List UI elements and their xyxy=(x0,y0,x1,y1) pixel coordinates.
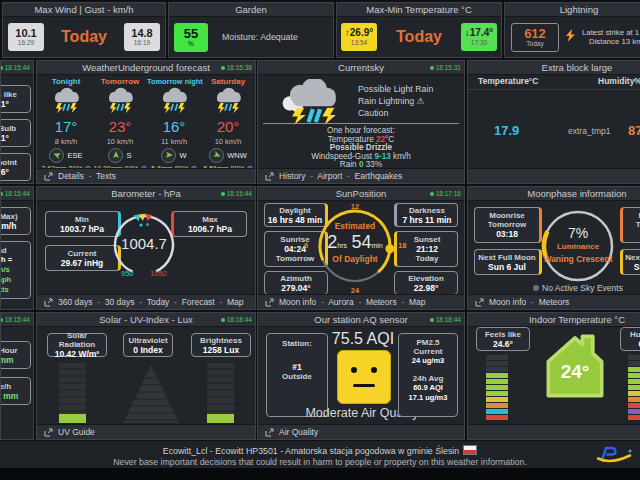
panel-title: Extra block large xyxy=(542,62,613,73)
panel-timestamp: 18:15:44 xyxy=(227,190,252,197)
wind-direction-icon xyxy=(49,148,64,163)
wind-units-box: Wind 0 km/h = 0.0 m/s 0.0 mph 0.0 kts xyxy=(0,241,31,299)
feels-like-box: Feels like18.1° xyxy=(0,85,31,113)
panel-title: Barometer - hPa xyxy=(111,188,181,199)
link-today[interactable]: Today xyxy=(135,297,170,307)
moisture-status: Moisture: Adequate xyxy=(222,32,298,42)
weather-dashboard: Max Wind | Gust - km/h 10.1 16:29 Today … xyxy=(0,0,640,480)
poland-flag-icon xyxy=(463,445,477,455)
min-temp-box: ↓17.4° 17:30 xyxy=(461,23,497,51)
indoor-temp-scale-bar xyxy=(486,355,508,420)
link-30-days[interactable]: 30 days xyxy=(93,297,135,307)
extra-humidity-value: 87 xyxy=(628,123,640,138)
wind-direction-icon xyxy=(108,148,123,163)
refresh-dot-icon xyxy=(221,318,225,322)
link-aurora[interactable]: Aurora xyxy=(316,297,353,307)
panel-left-temps-clipped: 18:15:44 Feels like18.1° Wet Bulb17.1° D… xyxy=(0,60,34,184)
ultraviolet-box: Ultraviolet0 Index xyxy=(123,333,173,357)
extra-temp-value: 17.9 xyxy=(494,123,519,138)
external-link-icon xyxy=(265,172,274,181)
link-moon-info[interactable]: Moon info xyxy=(279,297,316,307)
link-forecast[interactable]: Forecast xyxy=(169,297,214,307)
extra-temp-header: Temperature°C xyxy=(478,76,538,86)
storm-cloud-icon xyxy=(274,79,346,125)
rain-last-hour-box: Last Hour9.5 mm xyxy=(0,341,31,369)
wind-direction-icon xyxy=(161,148,176,163)
panel-title: Solar - UV-Index - Lux xyxy=(99,314,192,325)
panel-timestamp: 18:15:44 xyxy=(5,64,30,71)
brightness-box: Brightness1258 Lux xyxy=(191,333,251,357)
one-hour-forecast: One hour forecast: Temperature 22°C Poss… xyxy=(258,127,464,170)
wet-bulb-box: Wet Bulb17.1° xyxy=(0,119,31,147)
external-link-icon xyxy=(44,428,53,437)
max-wind-box: 10.1 16:29 xyxy=(8,23,44,51)
indoor-humidity-box: Humidity68% xyxy=(620,327,640,351)
link-details[interactable]: Details xyxy=(58,171,84,181)
link-360-days[interactable]: 360 days xyxy=(58,297,93,307)
panel-title: Moonphase information xyxy=(527,188,626,199)
panel-title: Lightning xyxy=(560,4,599,15)
link-map[interactable]: Map xyxy=(397,297,426,307)
panel-timestamp: 18:15:44 xyxy=(5,190,30,197)
max-gust-box: 14.8 16:19 xyxy=(124,23,160,51)
link-air-quality[interactable]: Air Quality xyxy=(279,427,318,437)
strike-distance-text: Distance 13 km xyxy=(582,37,640,47)
lightning-bolt-icon xyxy=(565,29,576,45)
thunderstorm-icon xyxy=(47,87,85,114)
link-texts[interactable]: Texts xyxy=(84,171,116,181)
pressure-max-box: Max1006.7 hPa xyxy=(171,211,247,237)
panel-title: Garden xyxy=(235,4,267,15)
panel-moonphase: Moonphase information 18:17:20 MoonriseT… xyxy=(467,186,640,310)
link-map[interactable]: Map xyxy=(215,297,244,307)
moon-phase-readout: 7% Luminance Waning Crescent xyxy=(540,225,616,264)
link-uv-guide[interactable]: UV Guide xyxy=(58,427,95,437)
refresh-dot-icon xyxy=(0,66,3,70)
panel-left-rain-clipped: 18:15:44 Last Hour9.5 mm Rate/h0.500 mm xyxy=(0,312,34,440)
solar-radiation-box: Solar Radiation10.42 W/m² xyxy=(47,333,107,357)
panel-timestamp: 18:15:38 xyxy=(227,64,252,71)
solar-bar-gauge xyxy=(59,363,86,423)
external-link-icon xyxy=(265,428,274,437)
link-airport[interactable]: Airport xyxy=(305,171,342,181)
refresh-dot-icon xyxy=(221,66,225,70)
panel-lightning: Lightning 612 Today Latest strike at 1 D… xyxy=(504,2,640,58)
latest-strike-text: Latest strike at 1 xyxy=(582,28,640,38)
link-meteors[interactable]: Meteors xyxy=(354,297,397,307)
panel-title: Our station AQ sensor xyxy=(314,314,407,325)
panel-left-wind-clipped: 18:15:44 Gust (Max)14.8 km/h Wind 0 km/h… xyxy=(0,186,34,310)
clock-12-label: 12 xyxy=(348,202,362,211)
pwsdashboard-logo[interactable] xyxy=(594,445,636,463)
indoor-humidity-scale-bar xyxy=(628,355,640,420)
external-link-icon xyxy=(265,298,274,307)
forecast-col-saturday: Saturday 20° 10 km/h WNW 5.56mm 80% xyxy=(201,74,255,172)
wind-direction-icon xyxy=(209,148,224,163)
panel-timestamp: 18:15:44 xyxy=(5,316,30,323)
clock-6-label: 6 xyxy=(304,241,308,250)
dewpoint-box: Dewpoint16.6° xyxy=(0,153,31,181)
extra-sensor-name: extra_tmp1 xyxy=(568,126,611,136)
link-moon-info[interactable]: Moon info xyxy=(489,297,526,307)
current-conditions: Possible Light Rain Rain Lightning ⚠ Cau… xyxy=(358,83,433,119)
forecast-col-tomorrow-night: Tomorrow night 16° 11 km/h W 5.6mm 80% xyxy=(147,74,201,172)
next-new-moon-box: Next New MoonSun 27 Jul xyxy=(620,249,640,275)
link-earthquakes[interactable]: Earthquakes xyxy=(342,171,402,181)
thunderstorm-icon xyxy=(209,87,247,114)
refresh-dot-icon xyxy=(430,192,434,196)
panel-max-wind: Max Wind | Gust - km/h 10.1 16:29 Today … xyxy=(2,2,166,58)
wind-period-label: Today xyxy=(61,28,107,46)
moonset-box: MoonsetTomorrow19:18 xyxy=(620,207,640,243)
elevation-box: Elevation22.98° xyxy=(394,271,458,295)
aqi-value: 75.5 AQI xyxy=(328,330,398,348)
link-history[interactable]: History xyxy=(279,171,305,181)
panel-indoor-temp: Indoor Temperature °C 18:18:44 Feels lik… xyxy=(467,312,640,440)
external-link-icon xyxy=(475,298,484,307)
panel-title: SunPosition xyxy=(336,188,387,199)
max-temp-box: ↑26.9° 13:54 xyxy=(341,23,377,51)
moon-dot-icon xyxy=(533,285,539,291)
lux-bar-gauge xyxy=(207,363,234,423)
rain-rate-box: Rate/h0.500 mm xyxy=(0,377,31,405)
pressure-value: 1004.7 xyxy=(109,235,179,252)
aqi-smiley-icon xyxy=(337,350,391,404)
refresh-dot-icon xyxy=(221,192,225,196)
link-meteors[interactable]: Meteors xyxy=(526,297,569,307)
